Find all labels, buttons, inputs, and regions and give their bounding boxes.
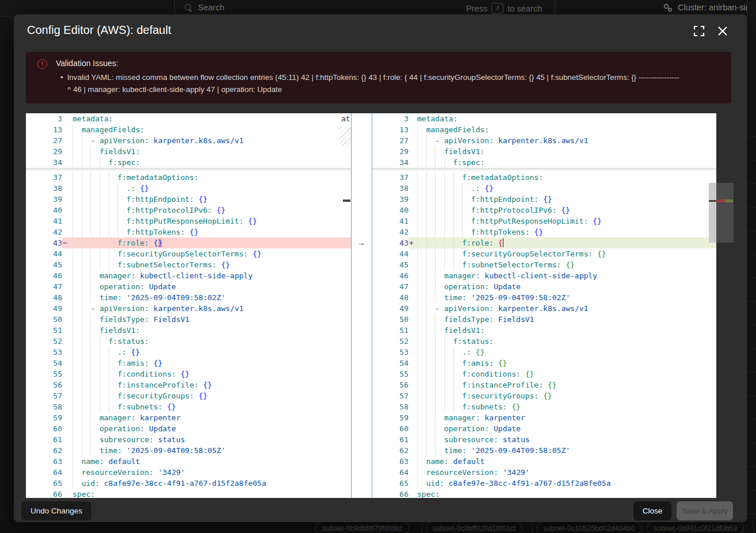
code-line[interactable]: 47 operation: Update bbox=[371, 281, 716, 292]
sticky-line[interactable]: 3metadata: bbox=[26, 113, 365, 124]
code-line[interactable]: 37 f:metadataOptions: bbox=[26, 172, 365, 183]
code-line[interactable]: 66spec: bbox=[371, 489, 716, 498]
code-line[interactable]: 62 time: '2025-09-04T09:58:05Z' bbox=[26, 445, 365, 456]
code-line[interactable]: 64 resourceVersion: '3429' bbox=[371, 467, 716, 478]
code-line[interactable]: 52 f:status: bbox=[371, 336, 716, 347]
diff-sash[interactable]: → bbox=[351, 113, 372, 498]
code-line[interactable]: 55 f:conditions: {} bbox=[371, 369, 716, 379]
code-text: name: default bbox=[62, 456, 365, 467]
code-line[interactable]: 38 .: {} bbox=[26, 183, 365, 194]
indent-guide bbox=[417, 423, 426, 434]
code-line[interactable]: 41 f:httpPutResponseHopLimit: {} bbox=[371, 216, 716, 227]
close-button[interactable] bbox=[716, 25, 731, 40]
code-line[interactable]: 61 subresource: status bbox=[371, 434, 716, 445]
code-line[interactable]: 64 resourceVersion: '3429' bbox=[26, 467, 365, 478]
code-line[interactable]: 65 uid: c8afe97e-38cc-4f91-a767-d15f2a8f… bbox=[371, 478, 716, 489]
code-line[interactable]: 42 f:httpTokens: {} bbox=[371, 227, 716, 237]
sticky-line[interactable]: 34 f:spec: bbox=[26, 157, 365, 168]
code-line[interactable]: 39 f:httpEndpoint: {} bbox=[371, 194, 716, 205]
code-line[interactable]: 39 f:httpEndpoint: {} bbox=[26, 194, 365, 205]
code-line[interactable]: 52 f:status: bbox=[26, 336, 365, 347]
code-line[interactable]: 37 f:metadataOptions: bbox=[371, 172, 716, 183]
code-text: f:subnetSelectorTerms: {} bbox=[62, 259, 365, 270]
code-line[interactable]: 49 - apiVersion: karpenter.k8s.aws/v1 bbox=[371, 303, 716, 314]
revert-change-arrow-icon[interactable]: → bbox=[357, 237, 365, 247]
code-text: f:httpPutResponseHopLimit: {} bbox=[408, 216, 716, 227]
cluster-indicator[interactable]: Cluster: anirban-singh bbox=[652, 0, 756, 16]
code-line[interactable]: 48 time: '2025-09-04T09:58:02Z' bbox=[26, 292, 365, 303]
code-line[interactable]: 45 f:subnetSelectorTerms: {} bbox=[26, 259, 365, 270]
code-line[interactable]: 40 f:httpProtocolIPv6: {} bbox=[371, 205, 716, 216]
code-line[interactable]: 58 f:subnets: {} bbox=[26, 401, 365, 412]
code-line[interactable]: 50 fieldsType: FieldsV1 bbox=[371, 314, 716, 325]
code-line[interactable]: 55 f:conditions: {} bbox=[26, 369, 365, 379]
code-lines-left[interactable]: 37 f:metadataOptions:38 .: {}39 f:httpEn… bbox=[26, 172, 365, 498]
code-line[interactable]: 61 subresource: status bbox=[26, 434, 365, 445]
sticky-line[interactable]: 13 managedFields: bbox=[26, 124, 365, 135]
overview-ruler-slider[interactable] bbox=[716, 183, 734, 243]
sticky-line[interactable]: 27 - apiVersion: karpenter.k8s.aws/v1 bbox=[26, 135, 365, 146]
code-line[interactable]: 65 uid: c8afe97e-38cc-4f91-a767-d15f2a8f… bbox=[26, 478, 365, 489]
scrollbar-slider[interactable] bbox=[709, 183, 716, 243]
code-line[interactable]: 56 f:instanceProfile: {} bbox=[26, 379, 365, 390]
close-dialog-button[interactable]: Close bbox=[633, 501, 671, 520]
diff-editor-original-pane[interactable]: 3metadata:13 managedFields:27 - apiVersi… bbox=[26, 113, 365, 498]
code-line[interactable]: 56 f:instanceProfile: {} bbox=[371, 379, 716, 390]
code-line[interactable]: 59 manager: karpenter bbox=[26, 412, 365, 423]
code-line[interactable]: 44 f:securityGroupSelectorTerms: {} bbox=[26, 248, 365, 259]
code-line[interactable]: 60 operation: Update bbox=[371, 423, 716, 434]
sticky-line[interactable]: 13 managedFields: bbox=[371, 124, 716, 135]
code-line[interactable]: 53 .: {} bbox=[371, 347, 716, 358]
code-line[interactable]: 43− f:role: {} bbox=[26, 237, 365, 248]
indent-guide bbox=[417, 237, 426, 248]
code-line[interactable]: 44 f:securityGroupSelectorTerms: {} bbox=[371, 248, 716, 259]
code-lines-right[interactable]: 37 f:metadataOptions:38 .: {}39 f:httpEn… bbox=[371, 172, 716, 498]
diff-editor-modified-pane[interactable]: 3metadata:13 managedFields:27 - apiVersi… bbox=[371, 113, 716, 498]
code-line[interactable]: 51 fieldsV1: bbox=[371, 325, 716, 336]
code-line[interactable]: 60 operation: Update bbox=[26, 423, 365, 434]
code-line[interactable]: 42 f:httpTokens: {} bbox=[26, 227, 365, 237]
code-line[interactable]: 43+ f:role: { bbox=[371, 237, 716, 248]
sticky-line[interactable]: 29 fieldsV1: bbox=[371, 146, 716, 157]
indent-guide bbox=[82, 259, 91, 270]
code-line[interactable]: 50 fieldsType: FieldsV1 bbox=[26, 314, 365, 325]
code-line[interactable]: 57 f:securityGroups: {} bbox=[26, 390, 365, 401]
sticky-line[interactable]: 34 f:spec: bbox=[371, 157, 716, 168]
undo-changes-button[interactable]: Undo Changes bbox=[21, 501, 91, 520]
code-line[interactable]: 58 f:subnets: {} bbox=[371, 401, 716, 412]
code-line[interactable]: 49 - apiVersion: karpenter.k8s.aws/v1 bbox=[26, 303, 365, 314]
code-line[interactable]: 54 f:amis: {} bbox=[371, 358, 716, 369]
code-line[interactable]: 51 fieldsV1: bbox=[26, 325, 365, 336]
code-text: .: {} bbox=[408, 347, 716, 358]
indent-guide bbox=[444, 347, 453, 358]
code-line[interactable]: 63 name: default bbox=[371, 456, 716, 467]
code-line[interactable]: 62 time: '2025-09-04T09:58:05Z' bbox=[371, 445, 716, 456]
sticky-line[interactable]: 27 - apiVersion: karpenter.k8s.aws/v1 bbox=[371, 135, 716, 146]
sticky-line[interactable]: 29 fieldsV1: bbox=[26, 146, 365, 157]
fullscreen-button[interactable] bbox=[693, 25, 708, 40]
code-line[interactable]: 40 f:httpProtocolIPv6: {} bbox=[26, 205, 365, 216]
code-line[interactable]: 41 f:httpPutResponseHopLimit: {} bbox=[26, 216, 365, 227]
indent-guide bbox=[109, 379, 118, 390]
code-line[interactable]: 46 manager: kubectl-client-side-apply bbox=[371, 270, 716, 281]
code-line[interactable]: 59 manager: karpenter bbox=[371, 412, 716, 423]
line-number: 40 bbox=[26, 205, 62, 216]
code-line[interactable]: 53 .: {} bbox=[26, 347, 365, 358]
code-text: time: '2025-09-04T09:58:05Z' bbox=[62, 445, 365, 456]
code-line[interactable]: 54 f:amis: {} bbox=[26, 358, 365, 369]
code-line[interactable]: 63 name: default bbox=[26, 456, 365, 467]
table-cell-divider bbox=[422, 520, 422, 533]
save-apply-button[interactable]: Save & Apply bbox=[677, 501, 733, 520]
code-text: f:status: bbox=[62, 336, 365, 347]
code-line[interactable]: 48 time: '2025-09-04T09:58:02Z' bbox=[371, 292, 716, 303]
indent-guide bbox=[417, 401, 426, 412]
indent-guide bbox=[82, 412, 91, 423]
code-line[interactable]: 38 .: {} bbox=[371, 183, 716, 194]
code-line[interactable]: 57 f:securityGroups: {} bbox=[371, 390, 716, 401]
code-line[interactable]: 47 operation: Update bbox=[26, 281, 365, 292]
sticky-line[interactable]: 3metadata: bbox=[371, 113, 716, 124]
code-line[interactable]: 66spec: bbox=[26, 489, 365, 498]
code-line[interactable]: 45 f:subnetSelectorTerms: {} bbox=[371, 259, 716, 270]
global-search[interactable]: Search Press / to search bbox=[174, 0, 555, 16]
code-line[interactable]: 46 manager: kubectl-client-side-apply bbox=[26, 270, 365, 281]
